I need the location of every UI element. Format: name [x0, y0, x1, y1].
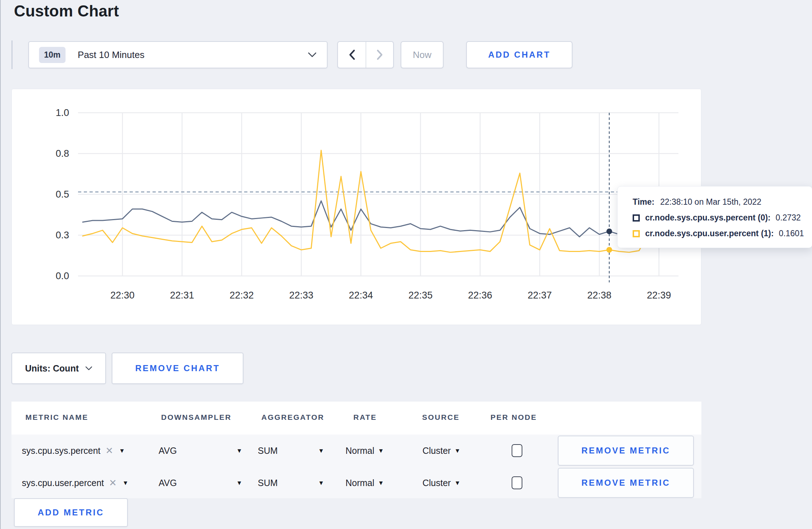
svg-text:1.0: 1.0	[55, 107, 69, 118]
col-header-metric-name: METRIC NAME	[25, 413, 88, 422]
tooltip-series-row: cr.node.sys.cpu.sys.percent (0): 0.2732	[633, 213, 812, 223]
table-row: sys.cpu.user.percent ✕ ▼ AVG ▼ SUM ▼ Nor…	[11, 467, 701, 499]
rate-select[interactable]: Normal ▼	[345, 478, 384, 488]
dropdown-arrow-icon[interactable]: ▼	[236, 447, 242, 454]
remove-chart-button[interactable]: REMOVE CHART	[112, 353, 243, 384]
tooltip-time-row: Time: 22:38:10 on Mar 15th, 2022	[633, 197, 812, 207]
chevron-down-icon	[85, 366, 92, 371]
dropdown-arrow-icon[interactable]: ▼	[122, 479, 129, 486]
col-header-aggregator: AGGREGATOR	[261, 413, 324, 422]
tooltip-series-value: 0.1601	[779, 229, 804, 238]
metrics-table-body: sys.cpu.sys.percent ✕ ▼ AVG ▼ SUM ▼ Norm…	[11, 435, 701, 498]
tooltip-series-value: 0.2732	[775, 213, 801, 223]
svg-text:22:31: 22:31	[170, 290, 194, 301]
time-step-button-group	[337, 41, 394, 68]
svg-text:0.3: 0.3	[55, 230, 69, 241]
svg-text:22:34: 22:34	[349, 290, 373, 301]
dropdown-arrow-icon[interactable]: ▼	[318, 479, 324, 486]
chevron-down-icon	[308, 52, 317, 58]
aggregator-select[interactable]: SUM ▼	[258, 478, 324, 488]
dropdown-arrow-icon[interactable]: ▼	[236, 479, 242, 486]
time-range-label: Past 10 Minutes	[78, 49, 308, 60]
svg-text:0.5: 0.5	[55, 189, 69, 200]
svg-text:22:32: 22:32	[229, 290, 254, 301]
series-swatch-icon	[633, 214, 640, 222]
table-row: sys.cpu.sys.percent ✕ ▼ AVG ▼ SUM ▼ Norm…	[11, 435, 701, 467]
source-value: Cluster	[422, 446, 451, 456]
rate-value: Normal	[345, 478, 374, 488]
source-value: Cluster	[422, 478, 451, 488]
dropdown-arrow-icon[interactable]: ▼	[378, 479, 384, 486]
aggregator-value: SUM	[258, 446, 278, 456]
dropdown-arrow-icon[interactable]: ▼	[454, 447, 460, 454]
tooltip-series-label: cr.node.sys.cpu.user.percent (1):	[645, 229, 774, 238]
add-metric-button[interactable]: ADD METRIC	[14, 498, 128, 527]
aggregator-value: SUM	[258, 478, 278, 488]
per-node-checkbox[interactable]	[512, 444, 522, 457]
page-title: Custom Chart	[14, 2, 119, 20]
source-select[interactable]: Cluster ▼	[422, 478, 460, 488]
metric-name-select[interactable]: sys.cpu.user.percent ✕ ▼	[22, 477, 129, 489]
add-chart-button[interactable]: ADD CHART	[466, 41, 572, 68]
svg-text:22:36: 22:36	[468, 290, 492, 301]
timeseries-chart-panel[interactable]: 0.00.30.50.81.022:3022:3122:3222:3322:34…	[11, 89, 701, 325]
downsampler-select[interactable]: AVG ▼	[159, 478, 242, 488]
metrics-table-header: METRIC NAME DOWNSAMPLER AGGREGATOR RATE …	[11, 402, 701, 435]
series-swatch-icon	[633, 230, 640, 237]
clear-metric-icon[interactable]: ✕	[106, 445, 113, 456]
remove-metric-button[interactable]: REMOVE METRIC	[558, 468, 694, 498]
rate-value: Normal	[345, 446, 374, 456]
units-dropdown[interactable]: Units: Count	[11, 353, 106, 384]
downsampler-value: AVG	[159, 478, 177, 488]
clear-metric-icon[interactable]: ✕	[109, 477, 117, 489]
time-range-dropdown[interactable]: 10m Past 10 Minutes	[28, 41, 328, 68]
dropdown-arrow-icon[interactable]: ▼	[454, 479, 460, 486]
dropdown-arrow-icon[interactable]: ▼	[378, 447, 384, 454]
col-header-per-node: PER NODE	[490, 413, 537, 422]
svg-text:22:39: 22:39	[647, 290, 671, 301]
remove-metric-button[interactable]: REMOVE METRIC	[558, 436, 694, 466]
col-header-rate: RATE	[353, 413, 377, 422]
units-label: Units: Count	[25, 363, 79, 374]
source-select[interactable]: Cluster ▼	[422, 446, 460, 456]
svg-text:22:35: 22:35	[409, 290, 433, 301]
tooltip-series-row: cr.node.sys.cpu.user.percent (1): 0.1601	[633, 229, 812, 238]
metric-name-select[interactable]: sys.cpu.sys.percent ✕ ▼	[22, 445, 125, 456]
col-header-downsampler: DOWNSAMPLER	[161, 413, 232, 422]
per-node-checkbox[interactable]	[512, 476, 522, 489]
dropdown-arrow-icon[interactable]: ▼	[318, 447, 324, 454]
downsampler-value: AVG	[159, 446, 177, 456]
step-back-button[interactable]	[338, 42, 366, 68]
svg-text:22:30: 22:30	[110, 290, 135, 301]
toolbar-divider	[11, 40, 13, 69]
downsampler-select[interactable]: AVG ▼	[159, 446, 242, 456]
step-forward-button[interactable]	[366, 42, 393, 68]
tooltip-time-label: Time:	[633, 197, 654, 207]
svg-text:0.0: 0.0	[55, 271, 69, 281]
svg-text:22:33: 22:33	[289, 290, 314, 301]
metric-name-value: sys.cpu.user.percent	[22, 478, 104, 488]
chart-tooltip: Time: 22:38:10 on Mar 15th, 2022 cr.node…	[617, 186, 812, 248]
time-range-badge: 10m	[39, 47, 66, 63]
svg-text:22:38: 22:38	[587, 290, 612, 301]
metric-name-value: sys.cpu.sys.percent	[22, 446, 101, 456]
svg-text:0.8: 0.8	[55, 148, 69, 159]
timeseries-chart[interactable]: 0.00.30.50.81.022:3022:3122:3222:3322:34…	[12, 89, 702, 325]
tooltip-series-label: cr.node.sys.cpu.sys.percent (0):	[645, 213, 770, 223]
rate-select[interactable]: Normal ▼	[345, 446, 384, 456]
col-header-source: SOURCE	[422, 413, 460, 422]
tooltip-time-value: 22:38:10 on Mar 15th, 2022	[660, 197, 762, 207]
now-button[interactable]: Now	[401, 41, 444, 68]
aggregator-select[interactable]: SUM ▼	[258, 446, 324, 456]
dropdown-arrow-icon[interactable]: ▼	[119, 447, 125, 454]
svg-text:22:37: 22:37	[528, 290, 552, 301]
